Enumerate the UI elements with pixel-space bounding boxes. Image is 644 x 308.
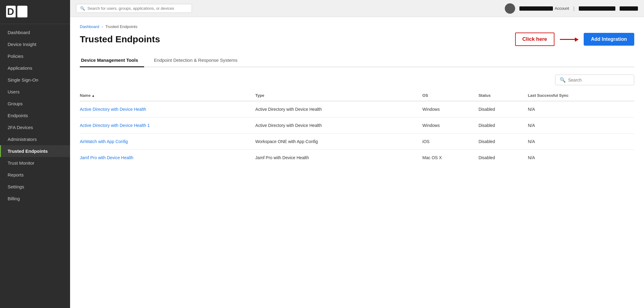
sidebar-item-single-sign-on[interactable]: Single Sign-On bbox=[0, 74, 70, 86]
row-0-name: Active Directory with Device Health bbox=[80, 101, 255, 117]
row-0-last-sync: N/A bbox=[528, 101, 634, 117]
sidebar-item-trust-monitor[interactable]: Trust Monitor bbox=[0, 157, 70, 169]
account-label: Account bbox=[555, 6, 569, 11]
svg-text:D: D bbox=[7, 6, 14, 17]
topbar: 🔍 Account | bbox=[70, 0, 644, 17]
table-search-input[interactable] bbox=[568, 78, 630, 82]
col-header-os[interactable]: OS bbox=[423, 90, 479, 101]
row-1-last-sync: N/A bbox=[528, 117, 634, 134]
sidebar-item-users[interactable]: Users bbox=[0, 86, 70, 98]
integrations-table: Name▲TypeOSStatusLast Successful Sync Ac… bbox=[80, 90, 634, 166]
sidebar-item-endpoints[interactable]: Endpoints bbox=[0, 110, 70, 121]
sidebar-item-billing[interactable]: Billing bbox=[0, 193, 70, 205]
page-title: Trusted Endpoints bbox=[80, 34, 160, 44]
row-1-os: Windows bbox=[423, 117, 479, 134]
col-header-type[interactable]: Type bbox=[255, 90, 422, 101]
sidebar-logo: D UO bbox=[0, 0, 70, 24]
sidebar-item-administrators[interactable]: Administrators bbox=[0, 133, 70, 145]
duo-logo-svg: D UO bbox=[6, 5, 27, 18]
row-0-os: Windows bbox=[423, 101, 479, 117]
breadcrumb-home[interactable]: Dashboard bbox=[80, 24, 99, 29]
row-1-status: Disabled bbox=[479, 117, 528, 134]
sidebar-item-settings[interactable]: Settings bbox=[0, 181, 70, 193]
table-row: AirWatch with App ConfigWorkspace ONE wi… bbox=[80, 134, 634, 150]
page-header-actions: Click here Add Integration bbox=[515, 33, 634, 46]
svg-text:UO: UO bbox=[17, 9, 27, 16]
sidebar-item-trusted-endpoints[interactable]: Trusted Endpoints bbox=[0, 145, 70, 157]
avatar bbox=[505, 3, 515, 14]
row-1-name-link[interactable]: Active Directory with Device Health 1 bbox=[80, 123, 150, 128]
add-integration-button[interactable]: Add Integration bbox=[584, 33, 634, 46]
row-3-os: Mac OS X bbox=[423, 150, 479, 166]
sidebar-item-reports[interactable]: Reports bbox=[0, 169, 70, 181]
row-3-type: Jamf Pro with Device Health bbox=[255, 150, 422, 166]
sidebar-item-groups[interactable]: Groups bbox=[0, 98, 70, 110]
col-header-name[interactable]: Name▲ bbox=[80, 90, 255, 101]
topbar-right: Account | bbox=[505, 3, 638, 14]
sidebar-item-policies[interactable]: Policies bbox=[0, 50, 70, 62]
user-extra-redacted bbox=[620, 6, 638, 11]
user-info-redacted bbox=[579, 6, 615, 11]
table-row: Active Directory with Device HealthActiv… bbox=[80, 101, 634, 117]
sidebar: D UO DashboardDevice InsightPoliciesAppl… bbox=[0, 0, 70, 308]
table-search-bar[interactable]: 🔍 bbox=[555, 75, 634, 85]
table-row: Active Directory with Device Health 1Act… bbox=[80, 117, 634, 134]
sort-arrow-icon: ▲ bbox=[91, 94, 95, 97]
search-icon: 🔍 bbox=[80, 6, 85, 11]
row-2-status: Disabled bbox=[479, 134, 528, 150]
row-2-last-sync: N/A bbox=[528, 134, 634, 150]
topbar-account: Account bbox=[519, 6, 569, 11]
row-3-status: Disabled bbox=[479, 150, 528, 166]
breadcrumb-separator: › bbox=[102, 24, 103, 29]
row-2-type: Workspace ONE with App Config bbox=[255, 134, 422, 150]
account-name-redacted bbox=[519, 6, 553, 11]
table-toolbar: 🔍 bbox=[80, 75, 634, 85]
row-0-name-link[interactable]: Active Directory with Device Health bbox=[80, 107, 146, 112]
breadcrumb-current: Trusted Endpoints bbox=[105, 24, 137, 29]
global-search-input[interactable] bbox=[87, 6, 188, 11]
table-search-icon: 🔍 bbox=[560, 77, 566, 83]
row-0-status: Disabled bbox=[479, 101, 528, 117]
row-2-name-link[interactable]: AirWatch with App Config bbox=[80, 139, 128, 144]
row-0-type: Active Directory with Device Health bbox=[255, 101, 422, 117]
table-row: Jamf Pro with Device HealthJamf Pro with… bbox=[80, 150, 634, 166]
tab-edr[interactable]: Endpoint Detection & Response Systems bbox=[153, 54, 243, 67]
sidebar-item-dashboard[interactable]: Dashboard bbox=[0, 26, 70, 38]
tabs: Device Management ToolsEndpoint Detectio… bbox=[80, 54, 634, 67]
col-header-status[interactable]: Status bbox=[479, 90, 528, 101]
page-header: Trusted Endpoints Click here Add Integra… bbox=[80, 33, 634, 46]
breadcrumb: Dashboard › Trusted Endpoints bbox=[80, 24, 634, 29]
click-here-box: Click here bbox=[515, 33, 554, 46]
arrow-line bbox=[560, 39, 578, 40]
sidebar-item-device-insight[interactable]: Device Insight bbox=[0, 38, 70, 50]
row-3-name: Jamf Pro with Device Health bbox=[80, 150, 255, 166]
sidebar-item-2fa-devices[interactable]: 2FA Devices bbox=[0, 121, 70, 133]
row-2-name: AirWatch with App Config bbox=[80, 134, 255, 150]
row-3-name-link[interactable]: Jamf Pro with Device Health bbox=[80, 155, 133, 160]
row-1-name: Active Directory with Device Health 1 bbox=[80, 117, 255, 134]
row-3-last-sync: N/A bbox=[528, 150, 634, 166]
tab-device-management[interactable]: Device Management Tools bbox=[80, 54, 144, 67]
col-header-last-sync[interactable]: Last Successful Sync bbox=[528, 90, 634, 101]
main-content-area: 🔍 Account | Dashboard › Trusted Endpoint… bbox=[70, 0, 644, 308]
sidebar-nav: DashboardDevice InsightPoliciesApplicati… bbox=[0, 24, 70, 308]
arrow-indicator bbox=[560, 39, 578, 40]
row-1-type: Active Directory with Device Health bbox=[255, 117, 422, 134]
topbar-divider: | bbox=[573, 6, 575, 11]
table-header: Name▲TypeOSStatusLast Successful Sync bbox=[80, 90, 634, 101]
sidebar-item-applications[interactable]: Applications bbox=[0, 62, 70, 74]
row-2-os: iOS bbox=[423, 134, 479, 150]
global-search-bar[interactable]: 🔍 bbox=[76, 4, 192, 13]
table-body: Active Directory with Device HealthActiv… bbox=[80, 101, 634, 166]
page-content: Dashboard › Trusted Endpoints Trusted En… bbox=[70, 17, 644, 308]
